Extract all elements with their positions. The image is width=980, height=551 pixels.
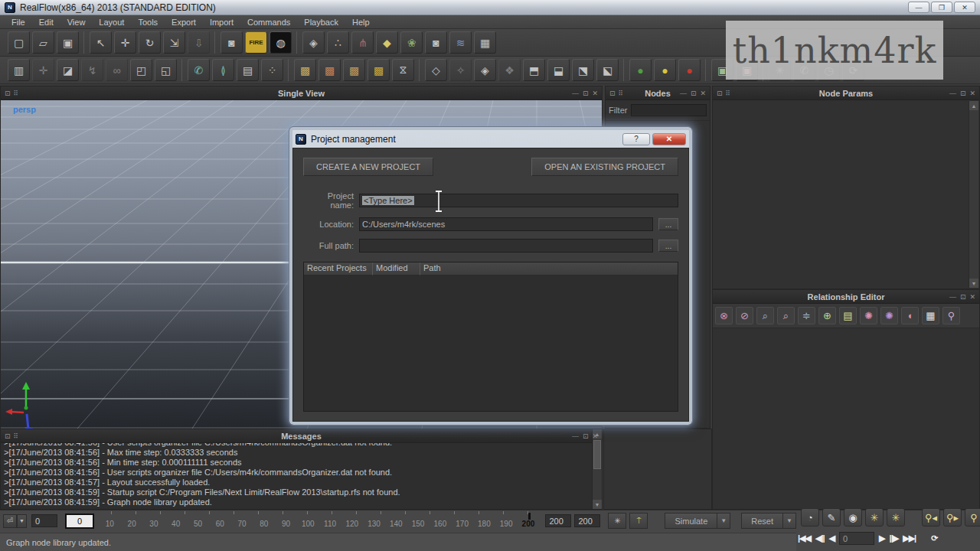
column-header-recent-projects[interactable]: Recent Projects	[304, 262, 373, 276]
unlink-icon[interactable]: ⊘	[736, 307, 753, 324]
minimize-button[interactable]: —	[908, 2, 929, 13]
timeline-tick[interactable]: 200	[518, 520, 540, 531]
timeline-tick[interactable]: 30	[143, 520, 165, 531]
float-panel-icon[interactable]: ⊡	[583, 429, 589, 443]
open-project-button[interactable]: OPEN AN EXISTING PROJECT	[531, 158, 678, 176]
green-light-icon[interactable]: ●	[629, 59, 652, 81]
simulate-button[interactable]: Simulate	[665, 513, 717, 529]
cube-rings-icon[interactable]: ❖	[498, 59, 521, 81]
minimize-panel-icon[interactable]: —	[572, 429, 579, 443]
burst-a-icon[interactable]: ✳	[865, 508, 884, 527]
zoom-in-graph-icon[interactable]: ⌕	[756, 307, 774, 324]
column-header-path[interactable]: Path	[420, 262, 678, 276]
timeline-ruler[interactable]: 1020304050607080901001101201301401501601…	[99, 511, 539, 531]
play-backward-button[interactable]: ◀	[829, 533, 835, 543]
timeline-tick[interactable]: 10	[99, 520, 121, 531]
node-list-icon[interactable]: ▥	[8, 59, 30, 81]
step-back-button[interactable]: ◀||	[815, 533, 825, 543]
yellow-light-icon[interactable]: ●	[654, 59, 676, 81]
cube-star-icon[interactable]: ◈	[474, 59, 496, 81]
minimize-panel-icon[interactable]: —	[572, 86, 579, 100]
burst-purple-icon[interactable]: ✺	[880, 307, 898, 324]
delete-link-icon[interactable]: ⊗	[715, 307, 733, 324]
timeline-tick[interactable]: 160	[429, 520, 451, 531]
scale-tool-icon[interactable]: ⇲	[163, 31, 185, 54]
blob-icon[interactable]: ◖	[901, 307, 919, 324]
restore-button[interactable]: ❐	[931, 2, 952, 13]
dock-icon[interactable]: ⊡	[609, 86, 616, 100]
params-scrollbar[interactable]: ▲ ▼	[969, 101, 978, 288]
timeline-options-button[interactable]: ⏎	[3, 514, 17, 528]
red-light-icon[interactable]: ●	[678, 59, 701, 81]
timeline-tick[interactable]: 110	[319, 520, 341, 531]
toggle-node-icon[interactable]: ◪	[57, 59, 79, 81]
domain-node-icon[interactable]: ▦	[474, 31, 496, 54]
end-frame-field[interactable]: 200	[545, 514, 571, 527]
timeline-tool-b-icon[interactable]: ⍑	[629, 513, 648, 529]
dialog-titlebar[interactable]: N Project management ? ✕	[292, 130, 689, 148]
float-panel-icon[interactable]: ⊡	[960, 290, 966, 304]
timeline-tick[interactable]: 100	[297, 520, 319, 531]
loop-node-icon[interactable]: ∞	[106, 59, 128, 81]
dialog-close-button[interactable]: ✕	[652, 133, 686, 145]
cube-solid-b-icon[interactable]: ⬓	[547, 59, 570, 81]
timeline-tick[interactable]: 50	[187, 520, 209, 531]
max-frame-field[interactable]: 200	[574, 514, 600, 527]
simulation-options-icon[interactable]: ◙	[220, 31, 243, 54]
cube-solid-c-icon[interactable]: ⬔	[572, 59, 594, 81]
splines-icon[interactable]: ⋔	[351, 31, 374, 54]
minimize-panel-icon[interactable]: —	[949, 86, 956, 100]
scroll-down-icon[interactable]: ▼	[969, 279, 978, 288]
create-project-button[interactable]: CREATE A NEW PROJECT	[303, 158, 433, 176]
add-key-icon[interactable]: ⚲	[965, 508, 980, 527]
scroll-up-icon[interactable]: ▲	[969, 101, 978, 110]
add-node-icon[interactable]: ✛	[32, 59, 54, 81]
menu-item[interactable]: Playback	[297, 15, 345, 29]
add-relation-icon[interactable]: ⊕	[818, 307, 836, 324]
timeline-tick[interactable]: 20	[121, 520, 143, 531]
menu-item[interactable]: Commands	[240, 15, 297, 29]
visibility-icon[interactable]: ◉	[844, 508, 862, 527]
mesh-node-icon[interactable]: ❀	[400, 31, 423, 54]
new-scene-icon[interactable]: ▢	[8, 31, 30, 54]
link-node-icon[interactable]: ↯	[81, 59, 103, 81]
project-name-input[interactable]: <Type Here>	[359, 194, 678, 207]
notes-icon[interactable]: ▤	[839, 307, 857, 324]
menu-item[interactable]: Edit	[32, 15, 60, 29]
ruler-tool-icon[interactable]: ▤	[237, 59, 259, 81]
layers-icon[interactable]: ◈	[302, 31, 325, 54]
layout-grid-icon[interactable]: ⠿	[619, 86, 624, 100]
close-panel-icon[interactable]: ✕	[700, 86, 706, 100]
layout-grid-icon[interactable]: ⠿	[14, 429, 19, 443]
sim-timer-icon[interactable]: ◔	[801, 508, 819, 527]
float-panel-icon[interactable]: ⊡	[583, 86, 589, 100]
camera-label[interactable]: persp	[13, 105, 36, 114]
step-forward-button[interactable]: ||▶	[890, 533, 899, 543]
minimize-panel-icon[interactable]: —	[949, 290, 956, 304]
rotate-tool-icon[interactable]: ↻	[139, 31, 161, 54]
column-header-modified[interactable]: Modified	[373, 262, 420, 276]
dock-icon[interactable]: ⊡	[717, 86, 723, 100]
daemon-vortex-icon[interactable]: ▩	[368, 59, 390, 81]
go-end-button[interactable]: ▶▶|	[903, 533, 916, 543]
timeline-tick[interactable]: 140	[385, 520, 407, 531]
reset-button[interactable]: Reset	[741, 513, 783, 529]
timeline-tick[interactable]: 190	[495, 520, 518, 531]
daemon-noise-icon[interactable]: ▩	[318, 59, 341, 81]
dock-icon[interactable]: ⊡	[5, 429, 11, 443]
cube-solid-a-icon[interactable]: ⬒	[523, 59, 545, 81]
minimize-panel-icon[interactable]: —	[680, 86, 687, 100]
timeline-tick[interactable]: 80	[253, 520, 275, 531]
timeline-dropdown-icon[interactable]: ▼	[17, 514, 27, 528]
dock-icon[interactable]: ⊡	[5, 86, 11, 100]
particles-icon[interactable]: ∴	[327, 31, 349, 54]
table-view-icon[interactable]: ▦	[922, 307, 939, 324]
move-tool-icon[interactable]: ✛	[114, 31, 136, 54]
select-tool-icon[interactable]: ↖	[90, 31, 112, 54]
simulate-dropdown-icon[interactable]: ▼	[717, 513, 730, 529]
menu-item[interactable]: Help	[345, 15, 377, 29]
layout-grid-icon[interactable]: ⠿	[14, 86, 19, 100]
menu-item[interactable]: Tools	[131, 15, 165, 29]
timeline-tick[interactable]: 170	[451, 520, 473, 531]
camera-node-icon[interactable]: ◙	[425, 31, 447, 54]
